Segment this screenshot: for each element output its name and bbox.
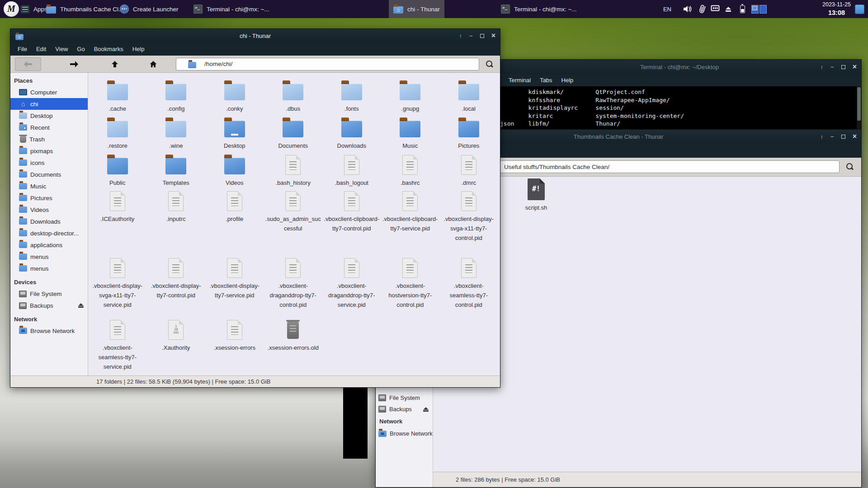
workspace-1[interactable]: [751, 5, 759, 14]
menu-item-file[interactable]: File: [13, 46, 32, 52]
path-bar[interactable]: /home/chi/: [176, 58, 479, 70]
close-icon[interactable]: ×: [853, 133, 857, 140]
file-item[interactable]: .vboxclient-display-svga-x11-tty7-contro…: [439, 189, 498, 243]
battery-icon[interactable]: [740, 0, 745, 18]
sidebar-item-backups[interactable]: Backups: [10, 300, 88, 311]
menu-item-help[interactable]: Help: [128, 46, 149, 52]
clock[interactable]: 2023-11-25 13:08: [822, 0, 851, 18]
sidebar-item-downloads[interactable]: Downloads: [10, 216, 88, 227]
file-item[interactable]: .vboxclient-seamless-tty7-control.pid: [439, 256, 498, 310]
volume-icon[interactable]: [683, 0, 693, 18]
file-item[interactable]: .gnupg: [381, 79, 439, 113]
home-button[interactable]: [140, 57, 166, 71]
sidebar-item-chi[interactable]: ⌂chi: [10, 98, 88, 110]
file-item[interactable]: .sudo_as_admin_successful: [264, 189, 322, 243]
file-item[interactable]: Templates: [147, 153, 205, 188]
file-item[interactable]: .vboxclient-display-tty7-service.pid: [205, 256, 264, 310]
file-item[interactable]: .profile: [205, 189, 264, 243]
main-fileview[interactable]: .cache.config.conky.dbus.fonts.gnupg.loc…: [88, 73, 500, 375]
file-item[interactable]: Desktop: [205, 116, 264, 150]
terminal-output[interactable]: kdiskmark/ QtProject.conf knfsshare RawT…: [498, 86, 861, 131]
file-item[interactable]: .bash_history: [264, 153, 322, 188]
language-indicator[interactable]: EN: [663, 0, 671, 18]
sidebar-item-music[interactable]: Music: [10, 180, 88, 192]
minimize-icon[interactable]: −: [830, 134, 834, 140]
file-item[interactable]: Documents: [264, 116, 322, 150]
shade-icon[interactable]: ↑: [821, 134, 824, 140]
file-item-script[interactable]: script.sh: [508, 178, 564, 212]
menu-item-tabs[interactable]: Tabs: [535, 77, 557, 84]
sidebar-item-icons[interactable]: icons: [10, 157, 88, 169]
file-item[interactable]: .dmrc: [439, 153, 498, 188]
search-icon[interactable]: [486, 60, 494, 68]
menu-item-go[interactable]: Go: [72, 46, 89, 52]
file-item[interactable]: .vboxclient-draganddrop-tty7-service.pid: [322, 256, 381, 310]
sidebar-item-backups[interactable]: Backups: [376, 404, 433, 415]
forward-button[interactable]: [61, 57, 87, 71]
menu-item-terminal[interactable]: Terminal: [504, 77, 535, 84]
minimize-icon[interactable]: −: [830, 64, 834, 70]
sidebar-item-desktop[interactable]: Desktop: [10, 110, 88, 122]
file-item[interactable]: .xsession-errors.old: [264, 318, 322, 371]
sidebar-item-recent[interactable]: Recent: [10, 122, 88, 133]
file-item[interactable]: .local: [439, 79, 498, 113]
sidebar-item-videos[interactable]: Videos: [10, 204, 88, 216]
sidebar-item-computer[interactable]: Computer: [10, 86, 88, 98]
maximize-icon[interactable]: [841, 65, 845, 69]
sidebar-item-browse-network[interactable]: Browse Network: [10, 325, 88, 337]
sidebar-item-file-system[interactable]: File System: [10, 288, 88, 300]
sidebar-item-desktop-director-[interactable]: desktop-director...: [10, 227, 88, 239]
menu-item-help[interactable]: Help: [557, 77, 578, 84]
up-button[interactable]: [102, 57, 128, 71]
file-item[interactable]: .vboxclient-display-tty7-control.pid: [147, 256, 205, 310]
menu-item-view[interactable]: View: [51, 46, 72, 52]
file-item[interactable]: .vboxclient-seamless-tty7-service.pid: [88, 318, 146, 371]
sidebar-item-pictures[interactable]: Pictures: [10, 192, 88, 204]
paperclip-icon[interactable]: [699, 0, 706, 18]
taskbar-item[interactable]: Create Launcher: [115, 0, 183, 18]
file-item[interactable]: Downloads: [322, 116, 381, 150]
panel-indicator[interactable]: [855, 0, 864, 18]
sidebar-item-menus[interactable]: menus: [10, 263, 88, 274]
file-item[interactable]: .vboxclient-clipboard-tty7-control.pid: [322, 189, 381, 243]
menu-item-bookmarks[interactable]: Bookmarks: [90, 46, 128, 52]
terminal-window[interactable]: Terminal - chi@mx: ~/Desktop ↑ − × Termi…: [497, 59, 862, 131]
file-item[interactable]: .config: [147, 79, 205, 113]
taskbar-item[interactable]: Terminal - chi@mx: ~...: [189, 0, 274, 18]
close-icon[interactable]: ×: [491, 32, 495, 39]
terminal-scrollbar[interactable]: [857, 86, 861, 131]
file-item[interactable]: .vboxclient-clipboard-tty7-service.pid: [381, 189, 439, 243]
file-item[interactable]: .restore: [88, 116, 146, 150]
file-item[interactable]: Videos: [205, 153, 264, 188]
sidebar-item-browse-network[interactable]: Browse Network: [376, 428, 433, 439]
file-item[interactable]: .fonts: [322, 79, 381, 113]
workspace-2[interactable]: [760, 5, 767, 14]
eject-icon[interactable]: [725, 0, 731, 18]
file-item[interactable]: .vboxclient-display-svga-x11-tty7-servic…: [88, 256, 146, 310]
menu-item-edit[interactable]: Edit: [32, 46, 51, 52]
workspace-switcher[interactable]: [751, 0, 767, 18]
file-item[interactable]: .xsession-errors: [205, 318, 264, 371]
file-item[interactable]: .vboxclient-hostversion-tty7-control.pid: [381, 256, 439, 310]
sidebar-item-applications[interactable]: applications: [10, 239, 88, 251]
sidebar-item-pixmaps[interactable]: pixmaps: [10, 145, 88, 157]
sidebar-item-file-system[interactable]: File System: [376, 392, 433, 404]
file-item[interactable]: Public: [88, 153, 146, 188]
terminal-titlebar[interactable]: Terminal - chi@mx: ~/Desktop ↑ − ×: [498, 60, 861, 74]
back-button[interactable]: [15, 57, 41, 71]
minimize-icon[interactable]: −: [469, 33, 473, 39]
taskbar-item[interactable]: Terminal - chi@mx: ~...: [496, 0, 581, 18]
file-item[interactable]: .cache: [88, 79, 146, 113]
sidebar-item-menus[interactable]: menus: [10, 251, 88, 263]
file-item[interactable]: .inputrc: [147, 189, 205, 243]
network-icon[interactable]: [711, 0, 720, 18]
main-titlebar[interactable]: chi - Thunar ↑ − ×: [10, 29, 500, 42]
file-item[interactable]: Pictures: [439, 116, 498, 150]
file-item[interactable]: .ICEauthority: [88, 189, 146, 243]
main-thunar-window[interactable]: chi - Thunar ↑ − × FileEditViewGoBookmar…: [10, 28, 500, 388]
file-item[interactable]: Music: [381, 116, 439, 150]
close-icon[interactable]: ×: [853, 63, 857, 70]
shade-icon[interactable]: ↑: [459, 33, 462, 39]
file-item[interactable]: .bash_logout: [322, 153, 381, 188]
eject-icon[interactable]: [423, 407, 429, 412]
